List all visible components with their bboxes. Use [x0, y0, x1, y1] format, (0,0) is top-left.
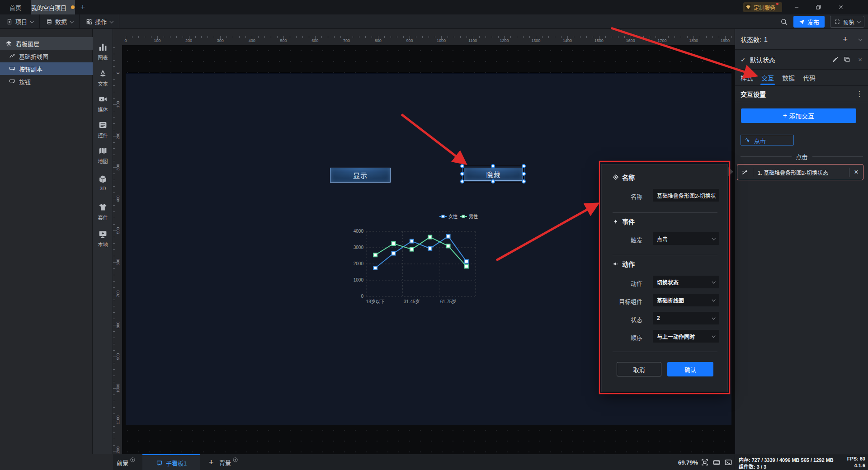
layer-item-按钮副本[interactable]: 按钮副本	[0, 62, 93, 75]
resize-handle-nw[interactable]	[460, 164, 464, 168]
menu-项目[interactable]: 项目	[0, 14, 40, 29]
rename-state-icon[interactable]	[832, 56, 839, 63]
interaction-item[interactable]: 1. 基础堆叠条形图2-切换状态 ×	[737, 164, 863, 180]
rail-item-套件[interactable]: 套件	[93, 201, 113, 221]
action-select-目标组件[interactable]: 基础折线图	[653, 294, 719, 306]
svg-text:女性: 女性	[448, 214, 458, 219]
svg-text:男性: 男性	[469, 214, 478, 219]
tab-project[interactable]: 我的空白项目	[31, 0, 75, 14]
line-chart-component[interactable]: 0100020003000400018岁以下31-45岁61-75岁女性男性	[350, 210, 509, 309]
duplicate-state-icon[interactable]	[844, 56, 850, 63]
preview-button[interactable]: 预览	[830, 16, 864, 28]
custom-service-badge[interactable]: 定制服务	[743, 2, 782, 12]
search-icon[interactable]	[780, 18, 788, 26]
resize-handle-n[interactable]	[491, 164, 495, 168]
publish-button[interactable]: 发布	[793, 16, 825, 28]
resize-handle-se[interactable]	[522, 179, 526, 183]
hide-button-component[interactable]: 隐藏	[464, 168, 523, 181]
tab-home[interactable]: 首页	[0, 0, 31, 14]
add-board-button[interactable]: +	[204, 454, 218, 470]
layer-item-基础折线图[interactable]: 基础折线图	[0, 50, 93, 62]
action-select-状态[interactable]: 2	[653, 312, 719, 324]
rail-item-本地[interactable]: 本地	[93, 228, 113, 248]
rail-item-媒体[interactable]: 媒体	[93, 93, 113, 113]
layer-item-按钮[interactable]: 按钮	[0, 75, 93, 88]
ruler-corner	[113, 29, 122, 45]
widget-icon	[98, 120, 108, 130]
publish-icon	[799, 19, 805, 25]
bottom-left-fill	[0, 454, 113, 470]
fps-label: FPS:	[847, 456, 859, 461]
chevron-down-icon	[110, 19, 113, 23]
collapse-states-icon[interactable]	[858, 37, 862, 41]
titlebar: 首页 我的空白项目 + 定制服务	[0, 0, 868, 14]
tab-数据[interactable]: 数据	[781, 70, 796, 86]
tab-样式[interactable]: 样式	[740, 70, 754, 86]
tab-代码[interactable]: 代码	[802, 70, 816, 86]
confirm-button[interactable]: 确认	[667, 362, 713, 376]
zoom-level[interactable]: 69.79%	[678, 454, 698, 470]
board-icon	[156, 460, 163, 466]
rail-item-图表[interactable]: 图表	[93, 41, 113, 61]
action-row-label-状态: 状态	[610, 315, 642, 324]
rail-item-控件[interactable]: 控件	[93, 118, 113, 139]
name-input[interactable]: 基础堆叠条形图2-切换状	[653, 189, 719, 202]
click-trigger-chip[interactable]: 点击	[741, 135, 794, 146]
more-menu-icon[interactable]: ⋮	[856, 89, 863, 98]
resize-handle-e[interactable]	[522, 172, 526, 176]
foreground-label[interactable]: 前景	[117, 454, 136, 470]
default-state-row[interactable]: ✓ 默认状态 ×	[735, 50, 868, 70]
action-select-顺序[interactable]: 与上一动作同时	[653, 330, 719, 343]
console-icon[interactable]	[724, 458, 732, 466]
add-background-icon[interactable]	[232, 457, 238, 463]
hide-button-selection: 隐藏	[462, 166, 524, 182]
add-state-button[interactable]: +	[843, 34, 848, 44]
resize-handle-w[interactable]	[460, 172, 464, 176]
menu-数据[interactable]: 数据	[40, 14, 80, 29]
show-button-component[interactable]: 显示	[330, 168, 391, 183]
add-foreground-icon[interactable]	[130, 457, 136, 463]
background-label[interactable]: 背景	[219, 454, 238, 470]
minimize-button[interactable]	[787, 0, 807, 14]
fit-screen-icon[interactable]	[701, 458, 709, 466]
tab-交互[interactable]: 交互	[760, 70, 775, 86]
close-icon	[838, 4, 844, 10]
chevron-down-icon	[70, 19, 73, 23]
event-section-icon	[613, 218, 619, 225]
shortcuts-icon[interactable]	[712, 458, 721, 466]
rail-item-文本[interactable]: 文本	[93, 67, 113, 87]
rail-item-3D[interactable]: 3D	[93, 173, 113, 191]
chevron-down-icon	[712, 298, 715, 301]
delete-state-icon[interactable]: ×	[858, 56, 862, 63]
local-icon	[98, 230, 108, 239]
button-icon	[9, 78, 15, 85]
status-bar: 内存: 727 / 3339 / 4096 MB 565 / 1292 MB F…	[735, 454, 868, 470]
panel-tabs: 样式交互数据代码	[735, 70, 868, 86]
resize-handle-ne[interactable]	[522, 164, 526, 168]
close-button[interactable]	[831, 0, 851, 14]
menu-items: 项目数据操作	[0, 14, 119, 29]
horizontal-ruler: 0100200300400500600700800900100011001200…	[122, 29, 735, 45]
version-label: 4.1.6	[854, 463, 865, 470]
remove-interaction-icon[interactable]: ×	[849, 168, 863, 176]
unsaved-dot	[71, 5, 75, 9]
button-icon	[9, 66, 15, 72]
maximize-button[interactable]	[808, 0, 828, 14]
action-select-动作[interactable]: 切换状态	[653, 276, 719, 288]
rail-item-地图[interactable]: 地图	[93, 144, 113, 164]
action-row-label-动作: 动作	[610, 279, 642, 287]
resize-handle-sw[interactable]	[460, 179, 464, 183]
add-interaction-button[interactable]: + 添加交互	[741, 108, 856, 123]
new-tab-button[interactable]: +	[75, 0, 90, 14]
chevron-down-icon	[30, 19, 33, 23]
minimize-icon	[793, 4, 800, 10]
cancel-button[interactable]: 取消	[617, 362, 661, 376]
layers-header: 看板图层	[0, 37, 93, 50]
action-section-icon	[613, 261, 619, 267]
subboard-tab[interactable]: 子看板1	[142, 454, 200, 470]
trigger-select[interactable]: 点击	[653, 232, 719, 245]
menu-操作[interactable]: 操作	[80, 14, 119, 29]
resize-handle-s[interactable]	[491, 179, 495, 183]
components-value: 3 / 3	[757, 464, 766, 470]
state-count-row: 状态数: 1 +	[735, 29, 868, 50]
